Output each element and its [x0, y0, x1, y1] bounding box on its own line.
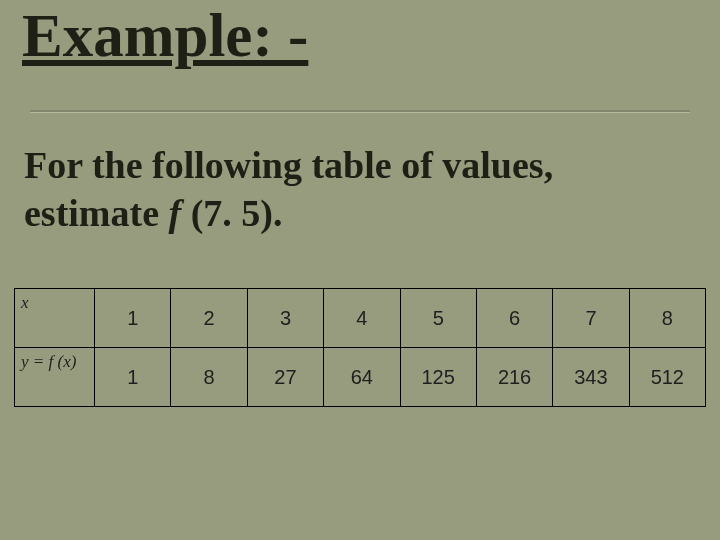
table-cell: 512: [629, 348, 705, 407]
table-cell: 1: [95, 348, 171, 407]
table-cell: 216: [476, 348, 552, 407]
prompt-f-symbol: f: [169, 192, 182, 234]
table-cell: 4: [324, 289, 400, 348]
table-cell: 6: [476, 289, 552, 348]
table-cell: 5: [400, 289, 476, 348]
table-cell: 125: [400, 348, 476, 407]
values-table-wrap: x 1 2 3 4 5 6 7 8 y = f (x) 1 8 27 64 12…: [14, 288, 706, 407]
row-header-x: x: [15, 289, 95, 348]
table-cell: 64: [324, 348, 400, 407]
table-row: x 1 2 3 4 5 6 7 8: [15, 289, 706, 348]
prompt-text-a: For the following table of values, estim…: [24, 144, 553, 234]
row-header-y: y = f (x): [15, 348, 95, 407]
title-divider-highlight: [30, 112, 690, 113]
table-cell: 3: [247, 289, 323, 348]
slide-title: Example: -: [0, 0, 720, 68]
values-table: x 1 2 3 4 5 6 7 8 y = f (x) 1 8 27 64 12…: [14, 288, 706, 407]
table-cell: 2: [171, 289, 247, 348]
table-cell: 343: [553, 348, 629, 407]
table-cell: 8: [629, 289, 705, 348]
table-cell: 1: [95, 289, 171, 348]
prompt-text-b: (7. 5).: [181, 192, 282, 234]
table-row: y = f (x) 1 8 27 64 125 216 343 512: [15, 348, 706, 407]
table-cell: 8: [171, 348, 247, 407]
table-cell: 7: [553, 289, 629, 348]
problem-statement: For the following table of values, estim…: [24, 142, 696, 237]
table-cell: 27: [247, 348, 323, 407]
